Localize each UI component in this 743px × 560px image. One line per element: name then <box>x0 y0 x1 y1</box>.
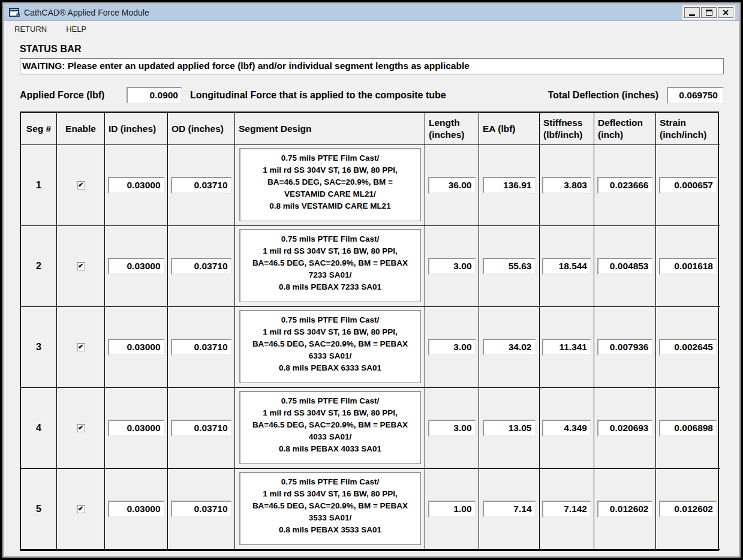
id-input[interactable]: 0.03000 <box>108 501 165 517</box>
id-cell: 0.03000 <box>105 388 168 469</box>
length-input[interactable]: 3.00 <box>428 420 476 436</box>
segment-number: 2 <box>36 261 41 272</box>
maximize-icon <box>706 10 712 16</box>
ea-cell: 55.63 <box>479 226 540 307</box>
segment-design-cell: 0.75 mils PTFE Film Cast/ 1 mil rd SS 30… <box>235 388 425 469</box>
od-input[interactable]: 0.03710 <box>171 501 232 517</box>
od-input[interactable]: 0.03710 <box>171 258 232 275</box>
ea-cell: 13.05 <box>479 388 540 469</box>
content-area: STATUS BAR WAITING: Please enter an upda… <box>4 37 739 551</box>
ea-output: 7.14 <box>483 501 536 517</box>
stiffness-output: 11.341 <box>542 339 591 356</box>
maximize-button[interactable] <box>701 7 717 18</box>
ea-output: 55.63 <box>483 258 536 275</box>
od-input[interactable]: 0.03710 <box>171 420 232 436</box>
stiffness-cell: 4.349 <box>540 388 594 469</box>
column-header: Length (inches) <box>425 113 479 145</box>
window-controls: ✕ <box>682 5 735 20</box>
applied-force-row: Applied Force (lbf) 0.0900 Longitudinal … <box>20 87 724 104</box>
deflection-cell: 0.023666 <box>594 145 656 226</box>
strain-cell: 0.012602 <box>656 469 720 550</box>
ea-cell: 7.14 <box>479 469 540 550</box>
total-deflection-label: Total Deflection (inches) <box>548 90 658 101</box>
stiffness-output: 3.803 <box>542 177 591 194</box>
stiffness-cell: 11.341 <box>540 307 594 388</box>
column-header: Strain (inch/inch) <box>656 113 720 145</box>
enable-checkbox[interactable]: ✔ <box>77 181 85 189</box>
segment-design-cell: 0.75 mils PTFE Film Cast/ 1 mil rd SS 30… <box>235 469 425 550</box>
segment-design-box: 0.75 mils PTFE Film Cast/ 1 mil rd SS 30… <box>239 229 421 302</box>
enable-cell: ✔ <box>57 307 105 388</box>
enable-checkbox[interactable]: ✔ <box>77 505 85 513</box>
id-input[interactable]: 0.03000 <box>108 177 165 194</box>
segment-design-box: 0.75 mils PTFE Film Cast/ 1 mil rd SS 30… <box>239 391 421 464</box>
segment-design-box: 0.75 mils PTFE Film Cast/ 1 mil rd SS 30… <box>239 148 421 221</box>
menu-item-return[interactable]: RETURN <box>13 23 49 35</box>
enable-checkbox[interactable]: ✔ <box>77 424 85 432</box>
od-input[interactable]: 0.03710 <box>171 177 232 194</box>
minimize-button[interactable] <box>684 7 700 18</box>
id-input[interactable]: 0.03000 <box>108 420 165 436</box>
length-cell: 3.00 <box>425 307 479 388</box>
length-cell: 3.00 <box>425 226 479 307</box>
strain-cell: 0.006898 <box>656 388 720 469</box>
status-message-box: WAITING: Please enter an updated applied… <box>20 58 724 74</box>
segment-design-cell: 0.75 mils PTFE Film Cast/ 1 mil rd SS 30… <box>235 307 425 388</box>
check-icon: ✔ <box>78 505 83 512</box>
segment-number: 5 <box>36 504 41 514</box>
strain-output: 0.006898 <box>659 420 717 436</box>
length-input[interactable]: 36.00 <box>428 177 476 194</box>
enable-checkbox[interactable]: ✔ <box>77 343 85 351</box>
check-icon: ✔ <box>78 424 83 431</box>
length-input[interactable]: 3.00 <box>428 258 476 275</box>
strain-output: 0.012602 <box>659 501 717 517</box>
deflection-output: 0.020693 <box>597 420 653 436</box>
length-input[interactable]: 3.00 <box>428 339 476 356</box>
applied-force-input[interactable]: 0.0900 <box>127 87 182 104</box>
segment-design-box: 0.75 mils PTFE Film Cast/ 1 mil rd SS 30… <box>239 310 421 383</box>
deflection-output: 0.007936 <box>597 339 653 356</box>
segment-number-cell: 4 <box>21 388 57 469</box>
stiffness-output: 4.349 <box>542 420 591 436</box>
segment-number: 3 <box>36 342 41 353</box>
close-button[interactable]: ✕ <box>718 7 733 18</box>
length-cell: 1.00 <box>425 469 479 550</box>
ea-output: 136.91 <box>483 177 536 194</box>
id-cell: 0.03000 <box>105 226 168 307</box>
titlebar: CathCAD® Applied Force Module ✕ <box>4 4 739 21</box>
deflection-output: 0.012602 <box>597 501 653 517</box>
length-input[interactable]: 1.00 <box>428 501 476 517</box>
menu-bar: RETURN HELP <box>4 21 739 37</box>
close-icon: ✕ <box>722 8 729 17</box>
strain-cell: 0.001618 <box>656 226 720 307</box>
deflection-cell: 0.007936 <box>594 307 656 388</box>
check-icon: ✔ <box>78 263 83 269</box>
id-input[interactable]: 0.03000 <box>108 339 165 356</box>
enable-cell: ✔ <box>57 388 105 469</box>
segment-number-cell: 3 <box>21 307 57 388</box>
id-input[interactable]: 0.03000 <box>108 258 165 275</box>
window-title: CathCAD® Applied Force Module <box>24 8 149 17</box>
length-cell: 36.00 <box>425 145 479 226</box>
strain-cell: 0.002645 <box>656 307 720 388</box>
enable-checkbox[interactable]: ✔ <box>77 262 85 270</box>
length-cell: 3.00 <box>425 388 479 469</box>
check-icon: ✔ <box>78 344 83 350</box>
strain-output: 0.000657 <box>659 177 717 194</box>
od-input[interactable]: 0.03710 <box>171 339 232 356</box>
ea-cell: 34.02 <box>479 307 540 388</box>
od-cell: 0.03710 <box>168 388 235 469</box>
column-header: Enable <box>57 113 105 145</box>
segment-number-cell: 5 <box>21 469 57 550</box>
app-window: CathCAD® Applied Force Module ✕ RETURN H… <box>2 2 741 558</box>
stiffness-output: 7.142 <box>542 501 591 517</box>
column-header: Deflection (inch) <box>594 113 656 145</box>
segment-design-cell: 0.75 mils PTFE Film Cast/ 1 mil rd SS 30… <box>235 226 425 307</box>
menu-item-help[interactable]: HELP <box>64 23 88 35</box>
stiffness-output: 18.544 <box>542 258 591 275</box>
segment-number: 4 <box>36 423 41 433</box>
enable-cell: ✔ <box>57 226 105 307</box>
od-cell: 0.03710 <box>168 145 235 226</box>
stiffness-cell: 7.142 <box>540 469 594 550</box>
applied-force-label: Applied Force (lbf) <box>20 90 127 101</box>
